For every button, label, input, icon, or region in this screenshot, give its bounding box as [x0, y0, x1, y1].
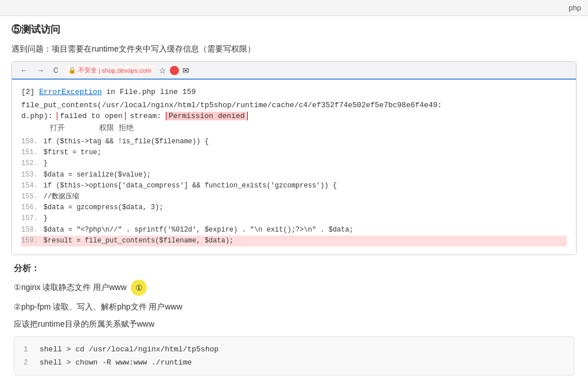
- browser-toolbar: ← → C 🔒 不安全 | shop.devops.com ☆ ✉: [12, 62, 576, 80]
- item1-text: ①nginx 读取静态文件 用户www: [14, 283, 127, 292]
- refresh-button[interactable]: C: [51, 65, 61, 76]
- exception-number: [2]: [21, 88, 39, 96]
- error-path: file_put_contents(/usr/local/nginx/html/…: [21, 101, 442, 109]
- code-line-158: 158. $data = "<?php\n//" . sprintf('%012…: [21, 225, 567, 236]
- cmd-text-2: shell > chown -R www:www ./runtime: [40, 356, 192, 369]
- top-bar-label: php: [568, 3, 581, 12]
- mail-icon[interactable]: ✉: [182, 66, 189, 75]
- command-block: 1 shell > cd /usr/local/nginx/html/tp5sh…: [14, 336, 574, 376]
- back-button[interactable]: ←: [18, 65, 30, 76]
- cmd-line-2: 2 shell > chown -R www:www ./runtime: [24, 356, 564, 369]
- main-content: ⑤测试访问 遇到问题：项目需要在runtime文件夹中写入缓存信息（需要写权限）…: [0, 16, 588, 376]
- permission-denied-highlight: Permission denied: [166, 112, 248, 120]
- code-line-152: 152. }: [21, 158, 567, 169]
- error-content: [2] ErrorException in File.php line 159 …: [12, 80, 576, 254]
- analysis-item-1: ①nginx 读取静态文件 用户www ①: [14, 280, 574, 296]
- star-icon[interactable]: ☆: [159, 66, 166, 75]
- code-line-151: 151. $first = true;: [21, 147, 567, 158]
- analysis-title: 分析：: [14, 263, 574, 274]
- failed-to-open-highlight: failed to open: [57, 112, 125, 120]
- cmd-line-1: 1 shell > cd /usr/local/nginx/html/tp5sh…: [24, 343, 564, 356]
- code-line-155: 155. //数据压缩: [21, 191, 567, 202]
- section-title: ⑤测试访问: [11, 23, 577, 36]
- stream-text: stream:: [130, 112, 165, 120]
- annotation-permission: 权限 拒绝: [99, 123, 134, 133]
- error-file-suffix: d.php):: [21, 112, 57, 120]
- code-line-153: 153. $data = serialize($value);: [21, 170, 567, 181]
- problem-description: 遇到问题：项目需要在runtime文件夹中写入缓存信息（需要写权限）: [11, 44, 577, 54]
- browser-action-icons: ☆ ✉: [159, 66, 189, 75]
- account-icon[interactable]: [170, 66, 179, 75]
- analysis-item-2: ②php-fpm 读取、写入、解析php文件 用户www: [14, 300, 574, 313]
- cmd-text-1: shell > cd /usr/local/nginx/html/tp5shop: [40, 343, 219, 356]
- exception-link[interactable]: ErrorException: [39, 88, 102, 96]
- code-block: 150. if ($this->tag && !is_file($filenam…: [21, 136, 567, 246]
- code-line-154: 154. if ($this->options['data_compress']…: [21, 181, 567, 191]
- exception-location: in File.php line 159: [106, 88, 196, 96]
- error-main-line-2: d.php): failed to open stream: Permissio…: [21, 112, 567, 120]
- lock-icon: 🔒: [68, 66, 76, 74]
- code-line-156: 156. $data = gzcompress($data, 3);: [21, 202, 567, 213]
- analysis-item-3: 应该把runtime目录的所属关系赋予www: [14, 318, 574, 330]
- annotation-area: 打开 权限 拒绝: [21, 123, 567, 133]
- code-line-150: 150. if ($this->tag && !is_file($filenam…: [21, 136, 567, 147]
- forward-button[interactable]: →: [34, 65, 46, 76]
- code-line-159-highlighted: 159. $result = file_put_contents($filena…: [21, 236, 567, 246]
- code-line-157: 157. }: [21, 213, 567, 224]
- analysis-section: 分析： ①nginx 读取静态文件 用户www ① ②php-fpm 读取、写入…: [11, 263, 577, 376]
- browser-mockup: ← → C 🔒 不安全 | shop.devops.com ☆ ✉ [2] Er…: [11, 61, 577, 255]
- top-bar: php: [0, 0, 588, 16]
- insecure-label: 🔒 不安全 | shop.devops.com: [65, 65, 154, 75]
- annotation-circle-1: ①: [131, 280, 147, 296]
- annotation-row: 打开 权限 拒绝: [21, 123, 567, 133]
- error-header: [2] ErrorException in File.php line 159: [21, 88, 567, 96]
- item3-text: 应该把runtime目录的所属关系赋予www: [14, 319, 154, 328]
- item2-text: ②php-fpm 读取、写入、解析php文件 用户www: [14, 302, 182, 311]
- annotation-open: 打开: [50, 123, 65, 133]
- error-main-line-1: file_put_contents(/usr/local/nginx/html/…: [21, 101, 567, 109]
